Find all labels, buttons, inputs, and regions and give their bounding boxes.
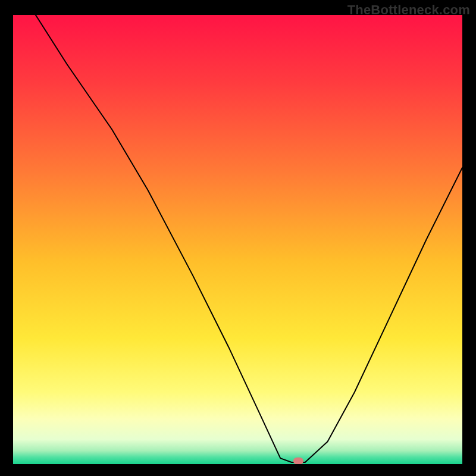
bottleneck-chart <box>13 15 462 464</box>
optimal-marker <box>293 458 303 464</box>
chart-stage: TheBottleneck.com <box>0 0 476 476</box>
gradient-background <box>13 15 462 464</box>
watermark-text: TheBottleneck.com <box>347 2 470 18</box>
plot-area <box>13 15 462 464</box>
